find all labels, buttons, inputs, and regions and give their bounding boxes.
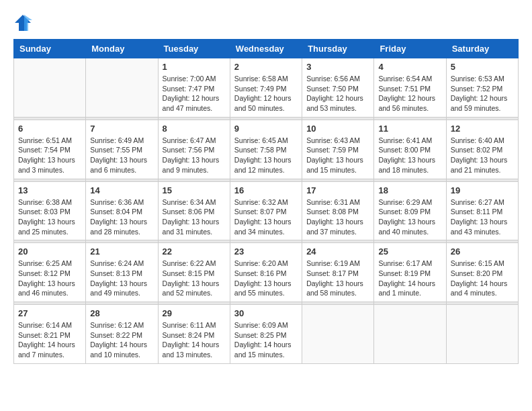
calendar-day-cell: 10Sunrise: 6:43 AM Sunset: 7:59 PM Dayli… (302, 120, 374, 179)
day-of-week-header: Thursday (302, 40, 374, 58)
day-number: 12 (451, 124, 514, 134)
calendar-day-cell (446, 305, 518, 364)
day-number: 14 (90, 185, 153, 195)
calendar-day-cell: 27Sunrise: 6:14 AM Sunset: 8:21 PM Dayli… (14, 305, 86, 364)
day-info: Sunrise: 6:41 AM Sunset: 8:00 PM Dayligh… (378, 136, 441, 175)
day-info: Sunrise: 6:15 AM Sunset: 8:20 PM Dayligh… (451, 259, 514, 298)
day-info: Sunrise: 6:31 AM Sunset: 8:08 PM Dayligh… (306, 197, 369, 237)
calendar-day-cell: 23Sunrise: 6:20 AM Sunset: 8:16 PM Dayli… (230, 243, 302, 302)
svg-marker-0 (15, 15, 31, 31)
day-number: 3 (306, 62, 369, 72)
day-info: Sunrise: 6:51 AM Sunset: 7:54 PM Dayligh… (18, 136, 81, 175)
calendar: SundayMondayTuesdayWednesdayThursdayFrid… (13, 39, 519, 364)
day-number: 20 (18, 246, 81, 257)
calendar-week-row: 13Sunrise: 6:38 AM Sunset: 8:03 PM Dayli… (14, 181, 519, 240)
calendar-day-cell: 6Sunrise: 6:51 AM Sunset: 7:54 PM Daylig… (14, 120, 86, 179)
calendar-day-cell: 19Sunrise: 6:27 AM Sunset: 8:11 PM Dayli… (446, 181, 518, 240)
day-number: 5 (451, 62, 514, 72)
day-info: Sunrise: 6:56 AM Sunset: 7:50 PM Dayligh… (306, 74, 369, 113)
day-number: 6 (18, 124, 81, 134)
day-info: Sunrise: 6:38 AM Sunset: 8:03 PM Dayligh… (18, 197, 81, 237)
day-number: 11 (378, 124, 441, 134)
day-info: Sunrise: 6:20 AM Sunset: 8:16 PM Dayligh… (234, 259, 298, 298)
day-info: Sunrise: 6:24 AM Sunset: 8:13 PM Dayligh… (90, 259, 153, 298)
day-info: Sunrise: 6:49 AM Sunset: 7:55 PM Dayligh… (90, 136, 153, 175)
day-number: 2 (234, 62, 298, 72)
day-number: 28 (90, 308, 153, 318)
calendar-day-cell: 1Sunrise: 7:00 AM Sunset: 7:47 PM Daylig… (158, 58, 230, 118)
day-info: Sunrise: 6:11 AM Sunset: 8:24 PM Dayligh… (163, 320, 226, 360)
calendar-day-cell: 9Sunrise: 6:45 AM Sunset: 7:58 PM Daylig… (230, 120, 302, 179)
day-number: 18 (378, 185, 441, 195)
calendar-week-row: 6Sunrise: 6:51 AM Sunset: 7:54 PM Daylig… (14, 120, 519, 179)
day-info: Sunrise: 6:19 AM Sunset: 8:17 PM Dayligh… (306, 259, 369, 298)
day-number: 22 (163, 246, 226, 257)
calendar-header: SundayMondayTuesdayWednesdayThursdayFrid… (14, 40, 519, 58)
page-header (13, 13, 519, 32)
calendar-day-cell (302, 305, 374, 364)
day-of-week-header: Monday (86, 40, 158, 58)
calendar-day-cell: 18Sunrise: 6:29 AM Sunset: 8:09 PM Dayli… (374, 181, 446, 240)
calendar-day-cell: 13Sunrise: 6:38 AM Sunset: 8:03 PM Dayli… (14, 181, 86, 240)
day-number: 8 (163, 124, 226, 134)
day-info: Sunrise: 6:27 AM Sunset: 8:11 PM Dayligh… (451, 197, 514, 237)
day-number: 13 (18, 185, 81, 195)
calendar-day-cell: 4Sunrise: 6:54 AM Sunset: 7:51 PM Daylig… (374, 58, 446, 118)
calendar-body: 1Sunrise: 7:00 AM Sunset: 7:47 PM Daylig… (14, 58, 519, 364)
svg-marker-1 (24, 15, 32, 31)
calendar-day-cell: 16Sunrise: 6:32 AM Sunset: 8:07 PM Dayli… (230, 181, 302, 240)
calendar-day-cell: 22Sunrise: 6:22 AM Sunset: 8:15 PM Dayli… (158, 243, 230, 302)
calendar-day-cell: 21Sunrise: 6:24 AM Sunset: 8:13 PM Dayli… (86, 243, 158, 302)
day-info: Sunrise: 7:00 AM Sunset: 7:47 PM Dayligh… (163, 74, 226, 113)
day-number: 4 (378, 62, 441, 72)
day-info: Sunrise: 6:36 AM Sunset: 8:04 PM Dayligh… (90, 197, 153, 237)
calendar-week-row: 20Sunrise: 6:25 AM Sunset: 8:12 PM Dayli… (14, 243, 519, 302)
day-number: 26 (451, 246, 514, 257)
calendar-day-cell (374, 305, 446, 364)
calendar-day-cell: 26Sunrise: 6:15 AM Sunset: 8:20 PM Dayli… (446, 243, 518, 302)
day-number: 29 (163, 308, 226, 318)
day-of-week-header: Tuesday (158, 40, 230, 58)
day-info: Sunrise: 6:29 AM Sunset: 8:09 PM Dayligh… (378, 197, 441, 237)
calendar-day-cell: 25Sunrise: 6:17 AM Sunset: 8:19 PM Dayli… (374, 243, 446, 302)
day-number: 27 (18, 308, 81, 318)
calendar-day-cell: 2Sunrise: 6:58 AM Sunset: 7:49 PM Daylig… (230, 58, 302, 118)
day-info: Sunrise: 6:14 AM Sunset: 8:21 PM Dayligh… (18, 320, 81, 360)
day-info: Sunrise: 6:45 AM Sunset: 7:58 PM Dayligh… (234, 136, 298, 175)
logo (13, 13, 35, 32)
day-number: 15 (163, 185, 226, 195)
day-of-week-header: Friday (374, 40, 446, 58)
day-number: 17 (306, 185, 369, 195)
day-info: Sunrise: 6:47 AM Sunset: 7:56 PM Dayligh… (163, 136, 226, 175)
day-info: Sunrise: 6:32 AM Sunset: 8:07 PM Dayligh… (234, 197, 298, 237)
day-info: Sunrise: 6:25 AM Sunset: 8:12 PM Dayligh… (18, 259, 81, 298)
day-info: Sunrise: 6:12 AM Sunset: 8:22 PM Dayligh… (90, 320, 153, 360)
calendar-day-cell (14, 58, 86, 118)
day-number: 21 (90, 246, 153, 257)
calendar-day-cell: 5Sunrise: 6:53 AM Sunset: 7:52 PM Daylig… (446, 58, 518, 118)
header-row: SundayMondayTuesdayWednesdayThursdayFrid… (14, 40, 519, 58)
day-info: Sunrise: 6:17 AM Sunset: 8:19 PM Dayligh… (378, 259, 441, 298)
day-number: 19 (451, 185, 514, 195)
calendar-day-cell: 3Sunrise: 6:56 AM Sunset: 7:50 PM Daylig… (302, 58, 374, 118)
calendar-day-cell: 30Sunrise: 6:09 AM Sunset: 8:25 PM Dayli… (230, 305, 302, 364)
calendar-day-cell: 28Sunrise: 6:12 AM Sunset: 8:22 PM Dayli… (86, 305, 158, 364)
logo-icon (13, 13, 32, 32)
calendar-day-cell: 24Sunrise: 6:19 AM Sunset: 8:17 PM Dayli… (302, 243, 374, 302)
day-number: 16 (234, 185, 298, 195)
day-number: 25 (378, 246, 441, 257)
day-info: Sunrise: 6:43 AM Sunset: 7:59 PM Dayligh… (306, 136, 369, 175)
day-info: Sunrise: 6:09 AM Sunset: 8:25 PM Dayligh… (234, 320, 298, 360)
day-number: 23 (234, 246, 298, 257)
day-of-week-header: Saturday (446, 40, 518, 58)
day-info: Sunrise: 6:40 AM Sunset: 8:02 PM Dayligh… (451, 136, 514, 175)
day-info: Sunrise: 6:22 AM Sunset: 8:15 PM Dayligh… (163, 259, 226, 298)
day-number: 1 (163, 62, 226, 72)
day-number: 10 (306, 124, 369, 134)
calendar-day-cell: 12Sunrise: 6:40 AM Sunset: 8:02 PM Dayli… (446, 120, 518, 179)
day-number: 30 (234, 308, 298, 318)
day-number: 9 (234, 124, 298, 134)
day-info: Sunrise: 6:58 AM Sunset: 7:49 PM Dayligh… (234, 74, 298, 113)
calendar-day-cell: 15Sunrise: 6:34 AM Sunset: 8:06 PM Dayli… (158, 181, 230, 240)
day-of-week-header: Sunday (14, 40, 86, 58)
